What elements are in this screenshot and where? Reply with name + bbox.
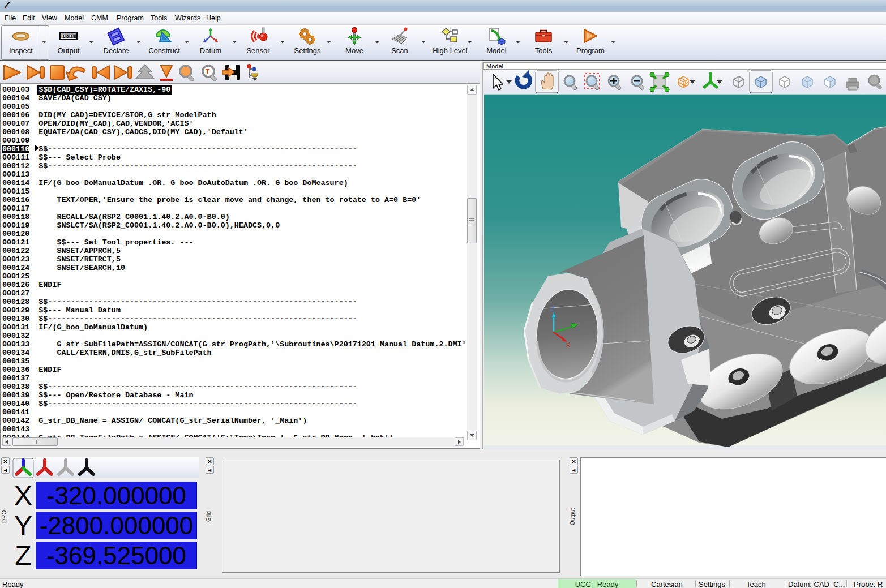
svg-text:T: T (206, 68, 210, 76)
svg-text:Z: Z (551, 305, 555, 312)
svg-text:1: 1 (62, 34, 65, 39)
svg-text:0: 0 (66, 34, 69, 39)
svg-text:2: 2 (70, 34, 73, 39)
svg-text:8: 8 (74, 34, 76, 39)
svg-text:X: X (566, 341, 570, 348)
